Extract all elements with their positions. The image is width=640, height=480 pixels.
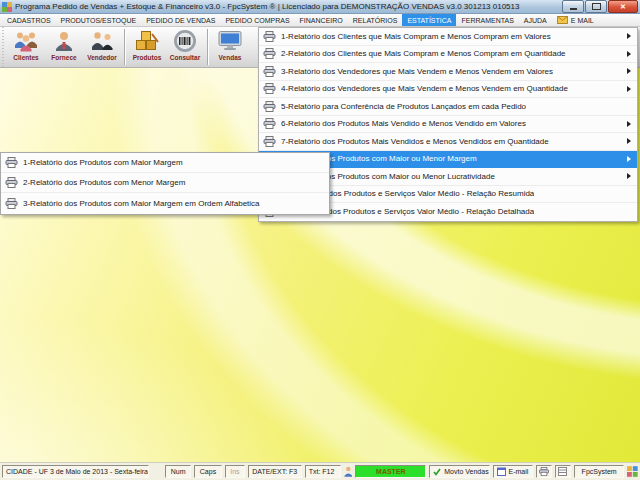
status-insert: Ins <box>225 465 246 478</box>
status-email-button[interactable]: E-mail <box>493 465 534 478</box>
toolbar-button-label: Vendedor <box>87 54 117 61</box>
app-icon <box>2 2 12 12</box>
sales-monitor-icon <box>217 29 243 53</box>
consultar-button[interactable]: Consultar <box>166 27 204 66</box>
submenu-arrow-icon <box>627 138 631 144</box>
menu-estatistica[interactable]: ESTATÍSTICA <box>402 14 456 26</box>
menu-email[interactable]: E MAIL <box>552 14 599 26</box>
printer-icon <box>5 177 18 188</box>
printer-icon <box>263 66 276 77</box>
products-boxes-icon <box>134 29 160 53</box>
status-f12-shortcut: Txt: F12 <box>305 465 341 478</box>
submenu-arrow-icon <box>627 33 631 39</box>
produtos-button[interactable]: Produtos <box>128 27 166 66</box>
status-caps-lock: Caps <box>194 465 221 478</box>
toolbar-separator <box>124 29 125 65</box>
menu-item-relatorio-6[interactable]: 6-Relatório dos Produtos Mais Vendido e … <box>259 116 637 134</box>
status-location-date: CIDADE - UF 3 de Maio de 2013 - Sexta-fe… <box>2 465 149 478</box>
close-button[interactable]: ✕ <box>608 0 638 13</box>
margem-submenu: 1-Relatório dos Produtos com Maior Marge… <box>0 152 330 215</box>
submenu-item-label: 3-Relatório dos Produtos com Maior Marge… <box>23 199 260 208</box>
submenu-arrow-icon <box>627 86 631 92</box>
status-user-level: MASTER <box>355 465 426 478</box>
menu-bar: CADASTROS PRODUTOS/ESTOQUE PEDIDO DE VEN… <box>0 14 640 27</box>
printer-icon <box>263 101 276 112</box>
title-bar[interactable]: Programa Pedido de Vendas + Estoque & Fi… <box>0 0 640 14</box>
toolbar-grip[interactable] <box>0 27 7 67</box>
menu-ajuda[interactable]: AJUDA <box>519 14 552 26</box>
printer-icon <box>539 467 549 476</box>
menu-financeiro[interactable]: FINANCEIRO <box>295 14 348 26</box>
restore-button[interactable] <box>585 0 607 13</box>
menu-item-label: 4-Relatório dos Vendedores que Mais Vend… <box>281 84 568 93</box>
vendas-button[interactable]: Vendas <box>211 27 249 66</box>
clientes-button[interactable]: Clientes <box>7 27 45 66</box>
menu-item-relatorio-5[interactable]: 5-Relatório para Conferência de Produtos… <box>259 98 637 116</box>
submenu-arrow-icon <box>627 156 631 162</box>
submenu-item-menor-margem[interactable]: 2-Relatório dos Produtos com Menor Marge… <box>1 173 329 193</box>
suppliers-icon <box>51 29 77 53</box>
form-icon <box>558 467 567 476</box>
barcode-search-icon <box>172 29 198 53</box>
submenu-item-label: 1-Relatório dos Produtos com Maior Marge… <box>23 158 183 167</box>
submenu-item-maior-margem[interactable]: 1-Relatório dos Produtos com Maior Marge… <box>1 153 329 173</box>
status-form-button[interactable] <box>555 465 571 478</box>
menu-item-relatorio-7[interactable]: 7-Relatório dos Produtos Mais Vendidos e… <box>259 133 637 151</box>
fornece-button[interactable]: Fornece <box>45 27 83 66</box>
printer-icon <box>263 83 276 94</box>
vendedor-button[interactable]: Vendedor <box>83 27 121 66</box>
toolbar-button-label: Produtos <box>133 54 162 61</box>
toolbar-button-label: Clientes <box>13 54 38 61</box>
application-window: Programa Pedido de Vendas + Estoque & Fi… <box>0 0 640 480</box>
envelope-icon <box>557 16 568 24</box>
menu-relatorios[interactable]: RELATÓRIOS <box>348 14 403 26</box>
check-icon <box>433 468 441 476</box>
menu-item-relatorio-1[interactable]: 1-Relatório dos Clientes que Mais Compra… <box>259 28 637 46</box>
toolbar-separator <box>207 29 208 65</box>
logo-icon <box>627 466 638 477</box>
menu-item-label: 5-Relatório para Conferência de Produtos… <box>281 102 526 111</box>
status-movto-vendas: Movto Vendas: 0 <box>429 465 489 478</box>
menu-item-label: 6-Relatório dos Produtos Mais Vendido e … <box>281 119 526 128</box>
printer-icon <box>5 198 18 209</box>
menu-item-relatorio-4[interactable]: 4-Relatório dos Vendedores que Mais Vend… <box>259 81 637 99</box>
printer-icon <box>263 118 276 129</box>
menu-item-label: 2-Relatório dos Clientes que Mais Compra… <box>281 49 566 58</box>
submenu-arrow-icon <box>627 173 631 179</box>
menu-pedido-de-vendas[interactable]: PEDIDO DE VENDAS <box>141 14 220 26</box>
status-brand: FpcSystem <box>574 465 625 478</box>
menu-produtos-estoque[interactable]: PRODUTOS/ESTOQUE <box>56 14 142 26</box>
printer-icon <box>263 48 276 59</box>
calendar-icon <box>497 467 506 476</box>
printer-icon <box>263 136 276 147</box>
toolbar-button-label: Consultar <box>170 54 200 61</box>
user-icon <box>344 466 353 477</box>
menu-ferramentas[interactable]: FERRAMENTAS <box>456 14 518 26</box>
menu-item-relatorio-3[interactable]: 3-Relatório dos Vendedores que Mais Vend… <box>259 63 637 81</box>
clients-group-icon <box>13 29 39 53</box>
printer-icon <box>263 31 276 42</box>
submenu-item-ordem-alfabetica[interactable]: 3-Relatório dos Produtos com Maior Marge… <box>1 193 329 213</box>
menu-pedido-compras[interactable]: PEDIDO COMPRAS <box>220 14 294 26</box>
submenu-arrow-icon <box>627 51 631 57</box>
submenu-arrow-icon <box>627 68 631 74</box>
toolbar-button-label: Vendas <box>219 54 242 61</box>
toolbar-button-label: Fornece <box>51 54 76 61</box>
salesperson-icon <box>89 29 115 53</box>
status-bar: CIDADE - UF 3 de Maio de 2013 - Sexta-fe… <box>0 462 640 480</box>
menu-item-label: 1-Relatório dos Clientes que Mais Compra… <box>281 32 551 41</box>
status-print-button[interactable] <box>536 465 552 478</box>
window-title: Programa Pedido de Vendas + Estoque & Fi… <box>15 2 559 11</box>
minimize-button[interactable] <box>562 0 584 13</box>
submenu-arrow-icon <box>627 121 631 127</box>
menu-cadastros[interactable]: CADASTROS <box>2 14 56 26</box>
menu-item-label: 7-Relatório dos Produtos Mais Vendidos e… <box>281 137 549 146</box>
submenu-item-label: 2-Relatório dos Produtos com Menor Marge… <box>23 178 185 187</box>
menu-item-label: 3-Relatório dos Vendedores que Mais Vend… <box>281 67 553 76</box>
status-f3-shortcut: DATE/EXT: F3 <box>248 465 301 478</box>
menu-item-relatorio-2[interactable]: 2-Relatório dos Clientes que Mais Compra… <box>259 46 637 64</box>
printer-icon <box>5 157 18 168</box>
status-num-lock: Num <box>165 465 191 478</box>
